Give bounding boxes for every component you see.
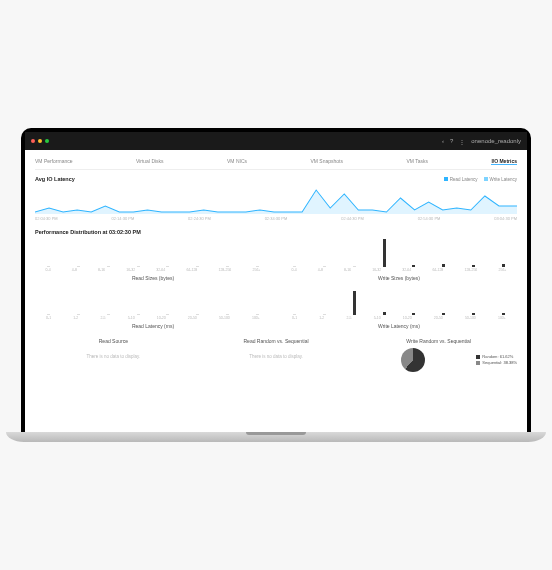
- tab-bar: VM Performance Virtual Disks VM NICs VM …: [35, 158, 517, 170]
- laptop-base: [6, 432, 547, 442]
- write-sizes-chart[interactable]: [281, 237, 517, 267]
- latency-title: Avg IO Latency: [35, 176, 75, 182]
- help-icon[interactable]: ?: [450, 138, 453, 144]
- back-icon[interactable]: ‹: [442, 138, 444, 144]
- tab-vm-performance[interactable]: VM Performance: [35, 158, 73, 165]
- read-latency-title: Read Latency (ms): [35, 323, 271, 329]
- window-controls[interactable]: [31, 139, 49, 143]
- username-label[interactable]: onenode_readonly: [471, 138, 521, 144]
- tab-vm-snapshots[interactable]: VM Snapshots: [310, 158, 343, 165]
- latency-x-ticks: 02:04:30 PM 02:14:30 PM 02:24:30 PM 02:3…: [35, 216, 517, 221]
- minimize-icon[interactable]: [38, 139, 42, 143]
- read-rs-empty: There is no data to display.: [198, 344, 355, 369]
- tab-vm-nics[interactable]: VM NICs: [227, 158, 247, 165]
- legend-read-label: Read Latency: [450, 177, 478, 182]
- close-icon[interactable]: [31, 139, 35, 143]
- read-sizes-panel: 0-44-8 8-1616-32 32-6464-128 128-256256+…: [35, 237, 271, 281]
- random-label: Random: 61.62%: [482, 354, 513, 359]
- read-latency-panel: 0-11-2 2-55-10 10-2020-50 50-100100+ Rea…: [35, 285, 271, 329]
- maximize-icon[interactable]: [45, 139, 49, 143]
- screen-bezel: ‹ ? ⋮ onenode_readonly VM Performance Vi…: [21, 128, 531, 432]
- laptop-notch: [246, 432, 306, 435]
- tab-io-metrics[interactable]: I/O Metrics: [491, 158, 517, 165]
- read-latency-chart[interactable]: [35, 285, 271, 315]
- write-rs-pie-chart[interactable]: [401, 348, 425, 372]
- sequential-label: Sequential: 38.38%: [482, 360, 517, 365]
- read-rs-panel: Read Random vs. Sequential There is no d…: [198, 335, 355, 376]
- tab-vm-tasks[interactable]: VM Tasks: [406, 158, 428, 165]
- menu-icon[interactable]: ⋮: [459, 138, 465, 145]
- write-rs-legend: Random: 61.62% Sequential: 38.38%: [470, 354, 517, 366]
- write-swatch-icon: [484, 177, 488, 181]
- write-latency-chart[interactable]: [281, 285, 517, 315]
- read-source-panel: Read Source There is no data to display.: [35, 335, 192, 376]
- distribution-title: Performance Distribution at 03:02:30 PM: [35, 229, 517, 235]
- laptop-mockup: ‹ ? ⋮ onenode_readonly VM Performance Vi…: [21, 128, 531, 442]
- read-sizes-chart[interactable]: [35, 237, 271, 267]
- legend-write-label: Write Latency: [490, 177, 517, 182]
- read-swatch-icon: [444, 177, 448, 181]
- read-source-empty: There is no data to display.: [35, 344, 192, 369]
- screen: ‹ ? ⋮ onenode_readonly VM Performance Vi…: [25, 132, 527, 432]
- write-latency-title: Write Latency (ms): [281, 323, 517, 329]
- sequential-swatch-icon: [476, 361, 480, 365]
- write-latency-panel: 0-11-2 2-55-10 10-2020-50 50-100100+ Wri…: [281, 285, 517, 329]
- main-content: VM Performance Virtual Disks VM NICs VM …: [25, 150, 527, 384]
- read-sizes-title: Read Sizes (bytes): [35, 275, 271, 281]
- window-titlebar: ‹ ? ⋮ onenode_readonly: [25, 132, 527, 150]
- tab-virtual-disks[interactable]: Virtual Disks: [136, 158, 164, 165]
- write-rs-panel: Write Random vs. Sequential Random: 61.6…: [360, 335, 517, 376]
- latency-legend: Read Latency Write Latency: [444, 177, 517, 182]
- write-sizes-panel: 0-44-8 8-1616-32 32-6464-128 128-256256+…: [281, 237, 517, 281]
- random-swatch-icon: [476, 355, 480, 359]
- latency-line-chart[interactable]: [35, 184, 517, 214]
- write-sizes-title: Write Sizes (bytes): [281, 275, 517, 281]
